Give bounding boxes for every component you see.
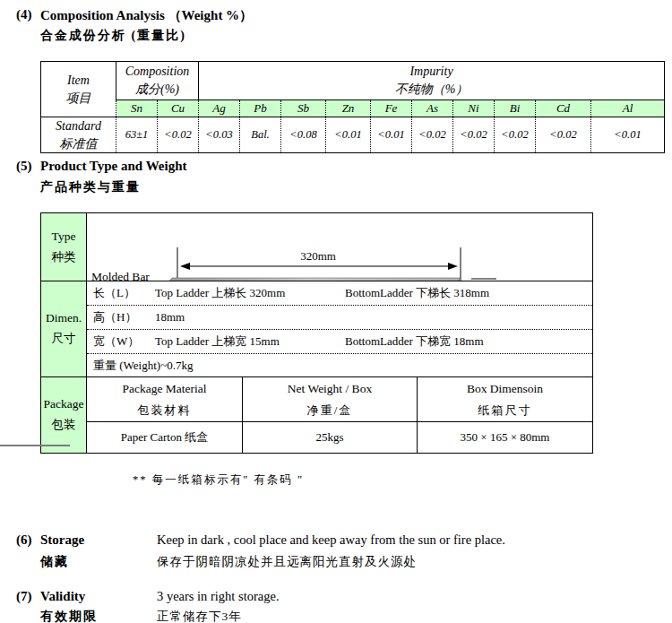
section5-title: Product Type and Weight — [40, 159, 187, 174]
validity-text-zh: 正常储存下3年 — [157, 609, 242, 623]
standard-value-cell: <0.02 — [495, 117, 536, 153]
dimension-row-length: 长（L） Top Ladder 上梯长 320mm BottomLadder 下… — [87, 281, 592, 306]
pkg-header-en: Package Material — [87, 382, 242, 396]
pkg-header-zh: 包装材料 — [87, 402, 242, 419]
type-label-en: Type — [41, 227, 86, 247]
standard-value-cell: <0.02 — [536, 117, 591, 153]
standard-label-zh: 标准值 — [41, 135, 116, 153]
element-header-cell: Ag — [199, 100, 240, 117]
validity-text-en: 3 years in right storage. — [157, 589, 280, 604]
arrow-right-head — [448, 263, 458, 270]
bar-length-label: 320mm — [300, 249, 336, 263]
standard-row-label: Standard 标准值 — [41, 117, 116, 153]
pkg-header-en: Net Weight / Box — [243, 382, 417, 396]
item-label-zh: 项目 — [41, 90, 116, 108]
element-header-cell: As — [412, 100, 453, 117]
item-label-en: Item — [41, 72, 116, 90]
dim-name: 长（L） — [87, 285, 155, 301]
standard-label-en: Standard — [41, 117, 116, 135]
composition-table: Item 项目 Composition 成分(%) Impurity 不纯物（%… — [40, 61, 665, 153]
composition-label-zh: 成分(%) — [116, 81, 198, 99]
element-header-cell: Sn — [116, 100, 158, 117]
section6-label-zh: 储藏 — [40, 554, 69, 570]
impurity-label-zh: 不纯物（%） — [199, 81, 664, 99]
standard-value-cell: <0.03 — [199, 117, 240, 153]
standard-value-cell: Bal. — [240, 117, 281, 153]
section6-number: (6) — [16, 532, 32, 548]
section4-number: (4) — [16, 7, 32, 22]
section4-title-zh: 合金成份分析 (重量比) — [40, 28, 186, 44]
storage-text-en: Keep in dark , cool place and keep away … — [157, 532, 505, 548]
type-header-cell: Type 种类 — [41, 213, 87, 281]
pkg-header-zh: 纸箱尺寸 — [418, 402, 592, 419]
package-label-zh: 包装 — [41, 415, 86, 436]
dim-top-value: 18mm — [155, 310, 345, 324]
element-header-cell: Bi — [495, 100, 536, 117]
stray-line — [0, 445, 70, 446]
section4-title: Composition Analysis （Weight %） — [40, 7, 253, 24]
pkg-header-en: Box Dimensoin — [418, 382, 592, 396]
dimension-label-en: Dimen. — [41, 308, 86, 329]
box-dimension-value: 350 × 165 × 80mm — [418, 422, 593, 454]
element-header-cell: Ni — [453, 100, 495, 117]
section7-label-zh: 有效期限 — [40, 609, 98, 623]
package-material-header: Package Material 包装材料 — [87, 377, 243, 422]
pkg-header-zh: 净重/盒 — [243, 402, 417, 419]
standard-value-cell: <0.02 — [453, 117, 495, 153]
standard-value-cell: <0.08 — [281, 117, 326, 153]
section6-label-en: Storage — [40, 532, 84, 548]
element-header-cell: Cd — [536, 100, 591, 117]
section7-number: (7) — [16, 589, 32, 604]
element-header-cell: Al — [591, 100, 665, 117]
dimension-row-width: 宽（W） Top Ladder 上梯宽 15mm BottomLadder 下梯… — [87, 330, 592, 354]
section5-number: (5) — [16, 159, 32, 174]
element-header-cell: Fe — [371, 100, 412, 117]
package-header-cell: Package 包装 — [41, 377, 87, 454]
dim-bottom-value: BottomLadder 下梯宽 18mm — [345, 333, 592, 350]
standard-value-cell: <0.01 — [326, 117, 371, 153]
type-label-zh: 种类 — [41, 247, 86, 268]
element-header-cell: Zn — [326, 100, 371, 117]
dimension-row-weight: 重量 (Weight)~0.7kg — [87, 354, 592, 376]
arrow-left-head — [180, 263, 190, 270]
composition-label-en: Composition — [116, 63, 198, 81]
standard-value-cell: 63±1 — [116, 117, 158, 153]
composition-header-cell: Composition 成分(%) — [116, 62, 199, 100]
bar-top-face — [160, 278, 461, 281]
dim-bottom-value: BottomLadder 下梯长 318mm — [345, 285, 592, 301]
net-weight-value: 25kgs — [243, 422, 418, 454]
element-header-cell: Cu — [158, 100, 199, 117]
dim-name: 宽（W） — [87, 333, 155, 350]
item-header-cell: Item 项目 — [41, 62, 116, 117]
net-weight-header: Net Weight / Box 净重/盒 — [243, 377, 418, 422]
carton-barcode-note: ** 每一纸箱标示有" 有条码 " — [133, 472, 304, 488]
element-header-cell: Pb — [240, 100, 281, 117]
dimension-row-height: 高（H） 18mm — [87, 306, 592, 330]
standard-value-cell: <0.01 — [371, 117, 412, 153]
dimension-label-zh: 尺寸 — [41, 329, 86, 350]
dim-top-value: Top Ladder 上梯长 320mm — [155, 285, 345, 301]
impurity-header-cell: Impurity 不纯物（%） — [199, 62, 665, 100]
dim-name: 重量 (Weight)~0.7kg — [87, 358, 193, 374]
element-header-cell: Sb — [281, 100, 326, 117]
section5-title-zh: 产品种类与重量 — [40, 179, 141, 195]
storage-text-zh: 保存于阴暗阴凉处并且远离阳光直射及火源处 — [157, 554, 417, 570]
dim-top-value: Top Ladder 上梯宽 15mm — [155, 333, 345, 350]
standard-value-cell: <0.01 — [591, 117, 665, 153]
standard-value-cell: <0.02 — [412, 117, 453, 153]
spec-sheet-page: (4) Composition Analysis （Weight %） 合金成份… — [0, 0, 672, 623]
box-dimension-header: Box Dimensoin 纸箱尺寸 — [418, 377, 593, 422]
standard-value-cell: <0.02 — [158, 117, 199, 153]
dimension-content-cell: 长（L） Top Ladder 上梯长 320mm BottomLadder 下… — [87, 281, 593, 377]
molded-bar-drawing: 320mm 15mm — [87, 247, 593, 281]
dimension-header-cell: Dimen. 尺寸 — [41, 281, 87, 377]
impurity-label-en: Impurity — [199, 63, 664, 81]
type-content-cell: Molded Bar 浇铸型 — [87, 213, 593, 281]
package-material-value: Paper Carton 纸盒 — [87, 422, 243, 454]
dim-name: 高（H） — [87, 309, 155, 325]
section7-label-en: Validity — [40, 589, 85, 604]
product-table: Type 种类 Molded Bar 浇铸型 — [40, 212, 593, 454]
package-label-en: Package — [41, 394, 86, 415]
